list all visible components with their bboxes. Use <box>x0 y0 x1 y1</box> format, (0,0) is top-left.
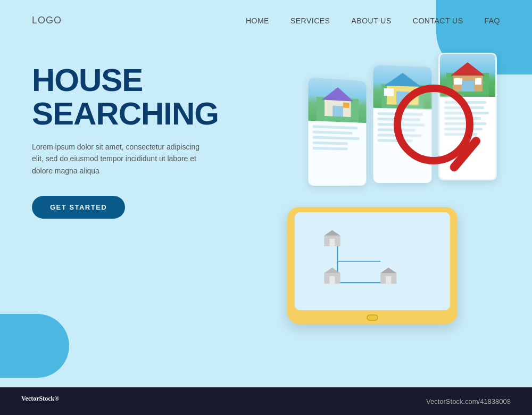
nav-item-faq[interactable]: FAQ <box>484 16 500 26</box>
nav-item-contact[interactable]: CONTACT US <box>413 16 463 26</box>
nav-item-about[interactable]: ABOUT US <box>351 16 391 26</box>
card-lines-1 <box>308 121 366 157</box>
phone-map <box>295 212 450 310</box>
property-card-1 <box>308 77 366 186</box>
magnifying-glass <box>394 85 489 180</box>
card-line <box>313 147 348 150</box>
card-line <box>313 125 358 129</box>
nav-link-about[interactable]: ABOUT US <box>351 16 391 25</box>
phone-screen <box>295 212 450 310</box>
trademark-symbol: ® <box>54 395 59 402</box>
svg-rect-15 <box>475 78 481 85</box>
nav-link-contact[interactable]: CONTACT US <box>413 16 463 25</box>
phone-body <box>287 207 458 324</box>
hero-description: Lorem ipsum dolor sit amet, consectetur … <box>32 141 213 177</box>
hero-title: HOUSE SEARCHING <box>32 63 255 130</box>
svg-rect-4 <box>343 103 350 109</box>
card-image-1 <box>308 77 366 123</box>
svg-rect-24 <box>329 276 335 284</box>
svg-marker-12 <box>451 62 485 76</box>
svg-rect-14 <box>454 78 462 85</box>
footer-brand: VectorStock® <box>21 395 59 408</box>
nav-link-services[interactable]: SERVICES <box>290 16 330 25</box>
phone <box>287 207 458 324</box>
card-line <box>313 142 348 145</box>
logo: LOGO <box>32 15 62 26</box>
map-house-1 <box>324 230 340 246</box>
map-house-3 <box>380 268 396 284</box>
nav-links: HOME SERVICES ABOUT US CONTACT US FAQ <box>246 16 500 26</box>
nav-item-home[interactable]: HOME <box>246 16 269 26</box>
footer-url: VectorStock.com/41838008 <box>426 397 511 405</box>
navigation: LOGO HOME SERVICES ABOUT US CONTACT US F… <box>0 0 532 26</box>
svg-marker-2 <box>322 86 353 101</box>
map-svg <box>295 212 450 310</box>
get-started-button[interactable]: GET STARTED <box>32 196 125 219</box>
nav-link-faq[interactable]: FAQ <box>484 16 500 25</box>
phone-home-button <box>367 314 378 321</box>
card-line <box>313 136 360 140</box>
svg-rect-21 <box>329 239 335 246</box>
hero-illustration <box>255 53 500 329</box>
footer-bar: VectorStock® VectorStock.com/41838008 <box>0 387 532 415</box>
hero-section: HOUSE SEARCHING Lorem ipsum dolor sit am… <box>0 26 532 329</box>
svg-marker-20 <box>324 230 340 236</box>
nav-link-home[interactable]: HOME <box>246 16 269 25</box>
svg-rect-27 <box>386 276 391 284</box>
svg-rect-9 <box>384 88 394 96</box>
svg-marker-26 <box>380 268 396 273</box>
house-illustration-1 <box>317 80 359 122</box>
svg-rect-3 <box>332 106 343 117</box>
hero-left: HOUSE SEARCHING Lorem ipsum dolor sit am… <box>32 53 255 219</box>
nav-item-services[interactable]: SERVICES <box>290 16 330 26</box>
card-line <box>313 130 353 134</box>
